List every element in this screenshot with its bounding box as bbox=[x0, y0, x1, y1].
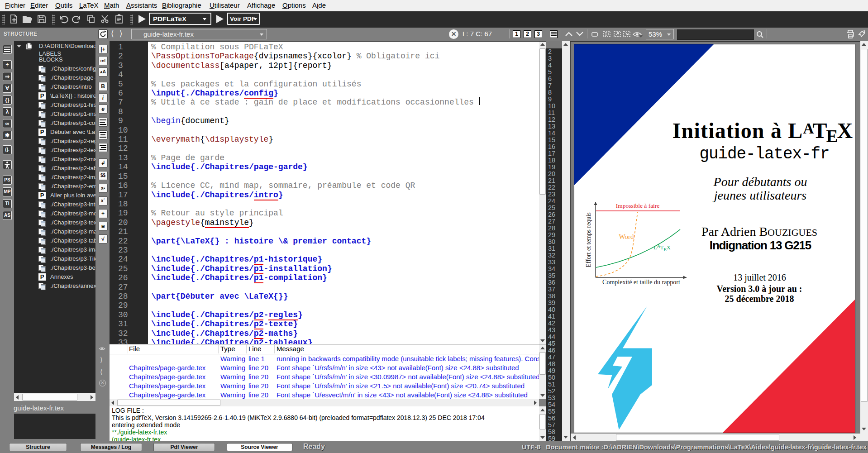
svg-text:Impossible à faire: Impossible à faire bbox=[616, 202, 660, 209]
